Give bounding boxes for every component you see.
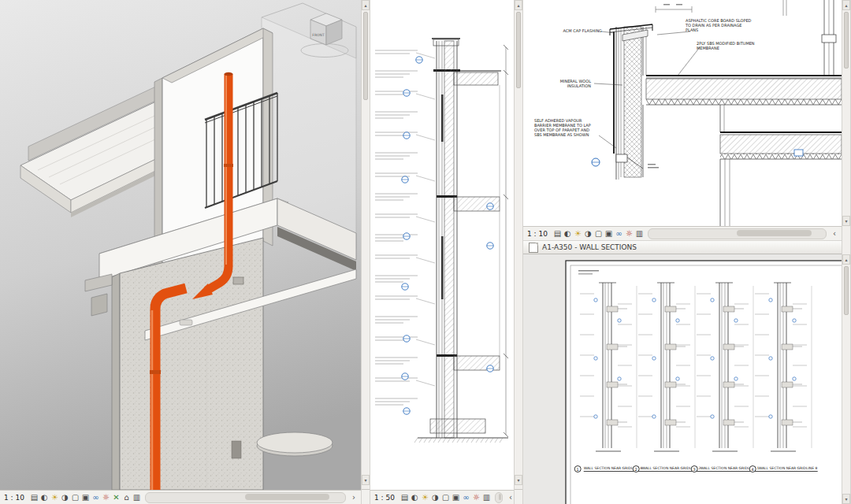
detail-number-tag: 2 — [633, 465, 640, 472]
detail-number-tag: 4 — [749, 465, 756, 472]
temporary-hide-icon[interactable]: ∞ — [461, 491, 471, 504]
scroll-left-button[interactable]: ‹ — [506, 493, 514, 502]
crop-region-icon[interactable]: ▣ — [80, 491, 91, 504]
revit-workspace: FRONT 1 : 10 ▤◐☀◑▢▣∞☼✕⌂▥ › ▴ ▾ — [0, 0, 851, 504]
horizontal-scrollbar[interactable] — [495, 492, 503, 503]
scroll-right-button[interactable]: › — [349, 493, 359, 502]
view-scale[interactable]: 1 : 10 — [527, 230, 548, 238]
crop-region-icon[interactable]: ▣ — [604, 228, 614, 240]
vertical-scrollbar-3[interactable]: ▴ ▾ ▴ ▾ — [842, 0, 851, 504]
view-control-bar-detail: 1 : 10 ▤◐☀◑▢▣∞☼▥ ‹ — [523, 226, 842, 240]
scroll-up-button[interactable]: ▴ — [842, 0, 850, 10]
sheet-section-labels: 1WALL SECTION NEAR GRIDLINE 82WALL SECTI… — [523, 254, 842, 504]
detail-annotation-5: SELF ADHERED VAPOUR BARRIER MEMBRANE TO … — [534, 118, 597, 137]
view-control-bar-section: 1 : 50 ▤◐☀◑▢▣∞☼▥ ‹ — [370, 490, 514, 504]
shadows-icon[interactable]: ◑ — [60, 491, 70, 504]
sheet-section-label[interactable]: 4WALL SECTION NEAR GRIDLINE 8 — [749, 465, 818, 472]
crop-region-icon[interactable]: ▣ — [451, 491, 461, 504]
scrollbar-corner — [362, 489, 370, 504]
detail-annotation-2: ASPHALTIC CORE BOARD SLOPED TO DRAIN AS … — [686, 18, 752, 32]
detail-level-icon[interactable]: ▤ — [29, 491, 39, 504]
view-control-bar-3d: 1 : 10 ▤◐☀◑▢▣∞☼✕⌂▥ › — [0, 490, 361, 504]
detail-level-icon[interactable]: ▤ — [552, 228, 563, 240]
view-control-icons: ▤◐☀◑▢▣∞☼▥ — [552, 228, 645, 240]
scrollbar-thumb[interactable] — [363, 12, 368, 100]
scroll-up-button[interactable]: ▴ — [362, 0, 370, 10]
scroll-down-button[interactable]: ▾ — [515, 475, 522, 485]
temporary-hide-icon[interactable]: ∞ — [614, 228, 624, 240]
viewcube-front-label: FRONT — [312, 33, 325, 37]
wall-section-drawing — [370, 0, 514, 490]
analytical-model-icon[interactable]: ⌂ — [121, 491, 132, 504]
view-control-icons: ▤◐☀◑▢▣∞☼▥ — [399, 491, 492, 504]
section-view-panel[interactable]: 1 : 50 ▤◐☀◑▢▣∞☼▥ ‹ — [370, 0, 514, 504]
detail-annotation-4: MINERAL WOOL INSULATION — [539, 79, 591, 88]
scroll-up-button[interactable]: ▴ — [842, 254, 850, 265]
crop-view-icon[interactable]: ▢ — [440, 491, 451, 504]
scrollbar-thumb[interactable] — [844, 12, 849, 69]
view-scale[interactable]: 1 : 10 — [4, 494, 24, 502]
sun-path-icon[interactable]: ☀ — [573, 228, 583, 240]
sheet-tab-title[interactable]: A1-A350 - WALL SECTIONS — [542, 243, 637, 251]
temporary-hide-icon[interactable]: ∞ — [91, 491, 101, 504]
crop-view-icon[interactable]: ▢ — [70, 491, 80, 504]
horizontal-scrollbar-thumb[interactable] — [499, 494, 501, 500]
horizontal-scrollbar[interactable] — [145, 492, 346, 503]
horizontal-scrollbar-thumb[interactable] — [245, 494, 329, 500]
view-properties-icon[interactable]: ▥ — [132, 491, 142, 504]
view-control-icons: ▤◐☀◑▢▣∞☼✕⌂▥ — [29, 491, 142, 504]
reveal-hidden-icon[interactable]: ☼ — [624, 228, 634, 240]
reveal-hidden-icon[interactable]: ☼ — [101, 491, 111, 504]
scroll-up-button[interactable]: ▴ — [515, 0, 522, 10]
reveal-hidden-icon[interactable]: ☼ — [471, 491, 481, 504]
3d-model-drawing: FRONT — [0, 0, 361, 490]
detail-number-tag: 1 — [574, 465, 582, 472]
horizontal-scrollbar[interactable] — [648, 228, 827, 239]
view-properties-icon[interactable]: ▥ — [634, 228, 645, 240]
sheet-icon — [529, 243, 538, 253]
shadows-icon[interactable]: ◑ — [583, 228, 593, 240]
scrollbar-corner — [515, 489, 522, 504]
sun-path-icon[interactable]: ☀ — [50, 491, 60, 504]
sun-path-icon[interactable]: ☀ — [420, 491, 430, 504]
detail-annotation-3: 2PLY SBS MODIFIED BITUMEN MEMBRANE — [697, 41, 756, 50]
detail-annotation-1: ACM CAP FLASHING — [550, 28, 602, 33]
vertical-scrollbar-1[interactable]: ▴ ▾ — [361, 0, 370, 504]
visual-style-icon[interactable]: ◐ — [410, 491, 420, 504]
detail-number-tag: 3 — [691, 465, 698, 472]
crop-view-icon[interactable]: ▢ — [593, 228, 604, 240]
view-scale[interactable]: 1 : 50 — [374, 494, 395, 502]
visual-style-icon[interactable]: ◐ — [563, 228, 573, 240]
scroll-down-button[interactable]: ▾ — [842, 494, 850, 504]
vertical-scrollbar-2[interactable]: ▴ ▾ — [514, 0, 523, 504]
detail-view-panel[interactable]: ACM CAP FLASHINGASPHALTIC CORE BOARD SLO… — [523, 0, 842, 240]
3d-view-panel[interactable]: FRONT 1 : 10 ▤◐☀◑▢▣∞☼✕⌂▥ › — [0, 0, 361, 504]
detail-level-icon[interactable]: ▤ — [399, 491, 410, 504]
scroll-left-button[interactable]: ‹ — [830, 229, 839, 238]
scrollbar-thumb[interactable] — [516, 12, 521, 88]
scroll-down-button[interactable]: ▾ — [842, 216, 850, 226]
detail-annotations: ACM CAP FLASHINGASPHALTIC CORE BOARD SLO… — [523, 0, 842, 226]
scroll-down-button[interactable]: ▾ — [362, 475, 370, 485]
constraints-icon[interactable]: ✕ — [111, 491, 121, 504]
sheet-tab[interactable]: A1-A350 - WALL SECTIONS — [523, 240, 842, 254]
shadows-icon[interactable]: ◑ — [430, 491, 440, 504]
horizontal-scrollbar-thumb[interactable] — [737, 230, 812, 236]
sheet-view-panel[interactable]: 1WALL SECTION NEAR GRIDLINE 82WALL SECTI… — [523, 254, 842, 504]
visual-style-icon[interactable]: ◐ — [39, 491, 50, 504]
section-title-text: WALL SECTION NEAR GRIDLINE 8 — [759, 466, 818, 472]
view-properties-icon[interactable]: ▥ — [481, 491, 492, 504]
scrollbar-thumb[interactable] — [844, 266, 849, 315]
